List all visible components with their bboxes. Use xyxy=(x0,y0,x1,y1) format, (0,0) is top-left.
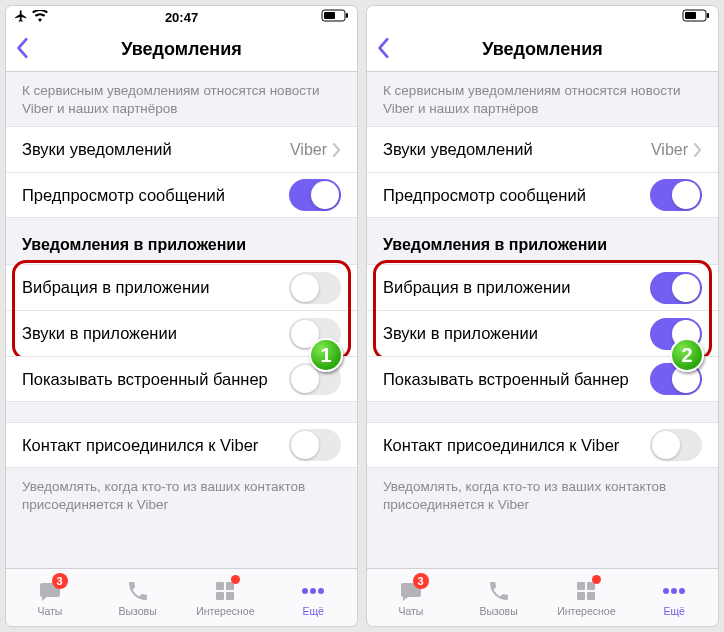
notification-sounds-label: Звуки уведомлений xyxy=(22,140,290,159)
tab-calls-label: Вызовы xyxy=(119,605,157,617)
tab-calls-label: Вызовы xyxy=(480,605,518,617)
contact-joined-footer: Уведомлять, когда кто-то из ваших контак… xyxy=(367,468,718,522)
builtin-banner-row[interactable]: Показывать встроенный баннер xyxy=(6,356,357,402)
more-icon xyxy=(300,579,326,603)
status-time: 20:47 xyxy=(165,10,198,25)
tab-more-label: Ещё xyxy=(302,605,323,617)
inapp-vibration-row[interactable]: Вибрация в приложении xyxy=(6,264,357,310)
inapp-sounds-label: Звуки в приложении xyxy=(22,324,289,343)
nav-bar: Уведомления xyxy=(6,28,357,72)
chats-badge: 3 xyxy=(52,573,68,589)
svg-rect-11 xyxy=(707,13,709,18)
inapp-header: Уведомления в приложении xyxy=(6,218,357,264)
chevron-right-icon xyxy=(333,143,341,157)
notification-sounds-value: Viber xyxy=(290,141,327,159)
svg-point-17 xyxy=(663,588,669,594)
contact-joined-label: Контакт присоединился к Viber xyxy=(22,436,289,455)
interesting-dot xyxy=(231,575,240,584)
tab-more-label: Ещё xyxy=(663,605,684,617)
inapp-sounds-row[interactable]: Звуки в приложении xyxy=(367,310,718,356)
inapp-sounds-row[interactable]: Звуки в приложении xyxy=(6,310,357,356)
message-preview-toggle[interactable] xyxy=(650,179,702,211)
inapp-vibration-toggle[interactable] xyxy=(650,272,702,304)
notification-sounds-value: Viber xyxy=(651,141,688,159)
svg-point-18 xyxy=(671,588,677,594)
contact-joined-toggle[interactable] xyxy=(289,429,341,461)
svg-rect-2 xyxy=(324,12,335,19)
notification-sounds-label: Звуки уведомлений xyxy=(383,140,651,159)
step-badge: 2 xyxy=(670,338,704,372)
contact-joined-label: Контакт присоединился к Viber xyxy=(383,436,650,455)
airplane-icon xyxy=(14,9,28,26)
service-notifications-footer: К сервисным уведомлениям относятся новос… xyxy=(6,72,357,126)
tab-chats[interactable]: 3 Чаты xyxy=(6,569,94,626)
tab-more[interactable]: Ещё xyxy=(269,569,357,626)
message-preview-row[interactable]: Предпросмотр сообщений xyxy=(6,172,357,218)
tab-interesting[interactable]: Интересное xyxy=(543,569,631,626)
step-badge: 1 xyxy=(309,338,343,372)
page-title: Уведомления xyxy=(6,39,357,60)
battery-icon xyxy=(682,9,710,25)
chats-badge: 3 xyxy=(413,573,429,589)
svg-rect-3 xyxy=(216,582,224,590)
svg-rect-1 xyxy=(346,13,348,18)
nav-bar: Уведомления xyxy=(367,28,718,72)
tab-chats[interactable]: 3 Чаты xyxy=(367,569,455,626)
notification-sounds-row[interactable]: Звуки уведомлений Viber xyxy=(6,126,357,172)
tab-chats-label: Чаты xyxy=(37,605,62,617)
settings-list: К сервисным уведомлениям относятся новос… xyxy=(6,72,357,568)
tab-chats-label: Чаты xyxy=(398,605,423,617)
svg-point-7 xyxy=(302,588,308,594)
service-notifications-footer: К сервисным уведомлениям относятся новос… xyxy=(367,72,718,126)
builtin-banner-label: Показывать встроенный баннер xyxy=(22,370,289,389)
message-preview-row[interactable]: Предпросмотр сообщений xyxy=(367,172,718,218)
svg-rect-16 xyxy=(587,592,595,600)
message-preview-label: Предпросмотр сообщений xyxy=(383,186,650,205)
settings-list: К сервисным уведомлениям относятся новос… xyxy=(367,72,718,568)
status-bar: 20:47 xyxy=(6,6,357,28)
message-preview-label: Предпросмотр сообщений xyxy=(22,186,289,205)
tab-interesting-label: Интересное xyxy=(196,605,254,617)
more-icon xyxy=(661,579,687,603)
svg-rect-12 xyxy=(685,12,696,19)
calls-icon xyxy=(486,579,512,603)
calls-icon xyxy=(125,579,151,603)
tab-interesting-label: Интересное xyxy=(557,605,615,617)
builtin-banner-row[interactable]: Показывать встроенный баннер xyxy=(367,356,718,402)
tab-calls[interactable]: Вызовы xyxy=(455,569,543,626)
builtin-banner-label: Показывать встроенный баннер xyxy=(383,370,650,389)
tab-interesting[interactable]: Интересное xyxy=(182,569,270,626)
inapp-vibration-label: Вибрация в приложении xyxy=(22,278,289,297)
contact-joined-row[interactable]: Контакт присоединился к Viber xyxy=(367,422,718,468)
contact-joined-footer: Уведомлять, когда кто-то из ваших контак… xyxy=(6,468,357,522)
svg-point-19 xyxy=(679,588,685,594)
tab-bar: 3 Чаты Вызовы Интересное Ещё xyxy=(6,568,357,626)
back-button[interactable] xyxy=(377,37,391,63)
screen-right: 20:47 Уведомления К сервисным уведомлени… xyxy=(367,6,718,626)
notification-sounds-row[interactable]: Звуки уведомлений Viber xyxy=(367,126,718,172)
tab-bar: 3 Чаты Вызовы Интересное Ещё xyxy=(367,568,718,626)
screen-left: 20:47 Уведомления К сервисным уведомлени… xyxy=(6,6,357,626)
svg-rect-15 xyxy=(577,592,585,600)
status-bar: 20:47 xyxy=(367,6,718,28)
interesting-dot xyxy=(592,575,601,584)
message-preview-toggle[interactable] xyxy=(289,179,341,211)
inapp-vibration-row[interactable]: Вибрация в приложении xyxy=(367,264,718,310)
tab-calls[interactable]: Вызовы xyxy=(94,569,182,626)
chevron-right-icon xyxy=(694,143,702,157)
svg-rect-5 xyxy=(216,592,224,600)
svg-rect-13 xyxy=(577,582,585,590)
inapp-sounds-label: Звуки в приложении xyxy=(383,324,650,343)
back-button[interactable] xyxy=(16,37,30,63)
tab-more[interactable]: Ещё xyxy=(630,569,718,626)
page-title: Уведомления xyxy=(367,39,718,60)
inapp-vibration-toggle[interactable] xyxy=(289,272,341,304)
wifi-icon xyxy=(32,10,48,25)
svg-point-8 xyxy=(310,588,316,594)
battery-icon xyxy=(321,9,349,25)
inapp-vibration-label: Вибрация в приложении xyxy=(383,278,650,297)
contact-joined-row[interactable]: Контакт присоединился к Viber xyxy=(6,422,357,468)
contact-joined-toggle[interactable] xyxy=(650,429,702,461)
inapp-header: Уведомления в приложении xyxy=(367,218,718,264)
svg-point-9 xyxy=(318,588,324,594)
